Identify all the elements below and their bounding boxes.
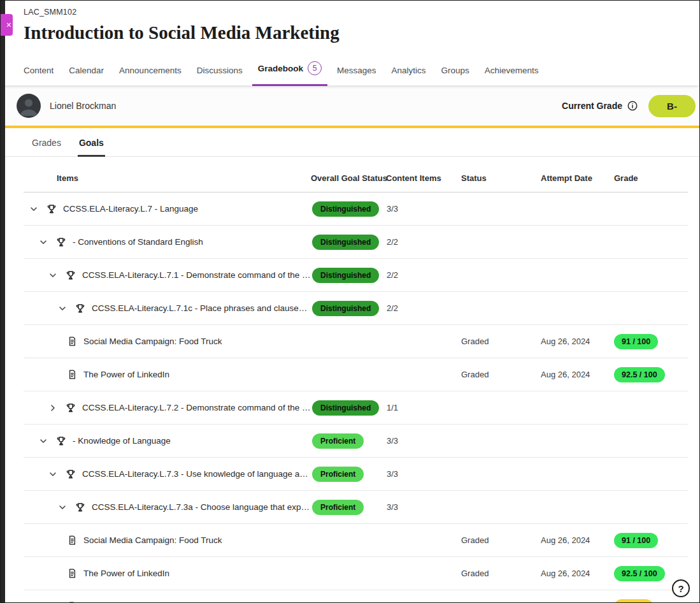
tab-content[interactable]: Content	[24, 63, 54, 85]
chevron-down-icon[interactable]	[48, 469, 58, 479]
items-cell: - Conventions of Standard English	[24, 236, 311, 248]
grade-pill[interactable]: 92.5 / 100	[614, 367, 665, 382]
goal-trophy-icon	[55, 236, 67, 248]
goal-trophy-icon	[65, 270, 76, 281]
content-item-title[interactable]: The Power of LinkedIn	[83, 569, 169, 578]
tab-analytics[interactable]: Analytics	[392, 63, 426, 85]
subtab-goals[interactable]: Goals	[78, 128, 105, 156]
goal-status-cell: Distinguished	[311, 201, 383, 217]
tab-gradebook[interactable]: Gradebook 5	[258, 59, 322, 85]
goal-row: CCSS.ELA-Literacy.L.7.1c - Place phrases…	[24, 292, 688, 325]
gradebook-count-badge: 5	[308, 61, 322, 75]
items-cell: CCSS.ELA-Literacy.L.7 - Language	[24, 203, 311, 215]
page-title: Introduction to Social Media Marketing	[24, 21, 680, 44]
attempt-date-cell: Aug 26, 2024	[538, 337, 614, 346]
goal-trophy-icon	[65, 402, 76, 414]
goal-status-badge: Distinguished	[312, 235, 379, 250]
content-items-cell: 1/1	[383, 403, 461, 412]
document-icon	[67, 535, 78, 546]
items-cell: CCSS.ELA-Literacy.L.7.3a - Choose langua…	[24, 502, 311, 513]
grade-pill[interactable]: 92.5 / 100	[614, 566, 665, 581]
course-header: LAC_SMM102 Introduction to Social Media …	[1, 1, 699, 44]
content-items-cell: 2/2	[383, 237, 461, 247]
chevron-down-icon[interactable]	[38, 237, 48, 247]
collapsed-sidebar-rail	[1, 1, 5, 602]
items-cell: CCSS.ELA-Literacy.L.7.3 - Use knowledge …	[24, 469, 311, 480]
grade-pill[interactable]: 91 / 100	[614, 334, 658, 349]
attempt-date-cell: Aug 26, 2024	[538, 569, 614, 578]
grade-pill[interactable]: 32 / 45	[614, 599, 654, 603]
goal-title: - Conventions of Standard English	[73, 237, 203, 247]
document-icon	[67, 568, 78, 579]
tab-calendar[interactable]: Calendar	[69, 63, 104, 85]
content-item-title[interactable]: Social Media Campaign: Food Truck	[83, 337, 222, 346]
goal-trophy-icon	[55, 435, 67, 447]
status-cell: Graded	[461, 535, 538, 545]
goal-status-badge: Proficient	[312, 433, 364, 449]
grade-pill[interactable]: 91 / 100	[614, 533, 658, 548]
content-item-row: Social Media Campaign: Food TruckGradedA…	[24, 325, 688, 358]
goal-title: CCSS.ELA-Literacy.L.7 - Language	[63, 204, 198, 214]
content-item-row: Social Media Campaign: Food TruckGradedA…	[24, 524, 688, 557]
status-cell: Graded	[461, 569, 538, 578]
goal-status-badge: Distinguished	[312, 201, 379, 217]
course-nav: Content Calendar Announcements Discussio…	[1, 59, 699, 86]
goal-row: CCSS.ELA-Literacy.L.7 - LanguageDistingu…	[24, 193, 688, 226]
content-item-row: The Power of LinkedInGradedAug 26, 20249…	[24, 557, 688, 590]
tab-groups[interactable]: Groups	[441, 63, 469, 85]
tab-announcements[interactable]: Announcements	[119, 63, 182, 85]
gradebook-subtabs: Grades Goals	[1, 128, 699, 157]
content-item-title[interactable]: The Power of LinkedIn	[83, 370, 169, 379]
items-cell: CCSS.ELA-Literacy.L.7.2 - Demonstrate co…	[24, 402, 311, 414]
subtab-grades[interactable]: Grades	[31, 128, 62, 156]
attempt-date-cell: Aug 26, 2024	[538, 370, 614, 379]
goal-row: CCSS.ELA-Literacy.L.7.3a - Choose langua…	[24, 491, 688, 524]
goal-status-badge: Distinguished	[312, 400, 379, 416]
attempt-date-cell: Aug 26, 2024	[538, 535, 614, 545]
items-cell: CCSS.ELA-Literacy.L.7.1c - Place phrases…	[24, 303, 311, 314]
chevron-right-icon[interactable]	[48, 403, 58, 413]
content-item-row: Job App ReviewGradedAug 26, 202432 / 45	[24, 590, 688, 603]
grade-cell: 92.5 / 100	[614, 367, 688, 382]
items-cell: The Power of LinkedIn	[24, 369, 311, 380]
tab-discussions[interactable]: Discussions	[197, 63, 243, 85]
tab-gradebook-label: Gradebook	[258, 64, 303, 73]
column-header-items: Items	[24, 173, 311, 183]
tab-messages[interactable]: Messages	[337, 63, 376, 85]
content-item-row: The Power of LinkedInGradedAug 26, 20249…	[24, 358, 688, 391]
current-grade-pill[interactable]: B-	[648, 95, 696, 117]
gradebook-goals-page: { "colors": { "accent_purple": "#9239ab"…	[0, 0, 700, 603]
items-cell: Social Media Campaign: Food Truck	[24, 336, 311, 347]
content-items-cell: 3/3	[383, 502, 461, 512]
grade-cell: 91 / 100	[614, 334, 688, 349]
content-items-cell: 3/3	[383, 436, 461, 446]
help-button[interactable]: ?	[672, 579, 690, 597]
info-icon[interactable]	[627, 100, 638, 112]
goal-row: - Conventions of Standard EnglishDisting…	[24, 226, 688, 259]
goal-title: CCSS.ELA-Literacy.L.7.1c - Place phrases…	[92, 303, 311, 313]
items-cell: The Power of LinkedIn	[24, 568, 311, 579]
goal-title: - Knowledge of Language	[73, 436, 171, 446]
chevron-down-icon[interactable]	[57, 303, 68, 314]
close-icon: ×	[6, 20, 11, 30]
chevron-down-icon[interactable]	[38, 436, 48, 446]
column-header-grade: Grade	[614, 173, 688, 183]
goals-table-header: Items Overall Goal Status Content Items …	[24, 164, 688, 193]
chevron-down-icon[interactable]	[29, 204, 39, 214]
chevron-down-icon[interactable]	[57, 502, 68, 512]
grade-cell: 32 / 45	[614, 599, 688, 603]
goal-row: CCSS.ELA-Literacy.L.7.3 - Use knowledge …	[24, 458, 688, 491]
items-cell: - Knowledge of Language	[24, 435, 311, 447]
goal-status-badge: Distinguished	[312, 268, 379, 283]
goal-status-cell: Proficient	[311, 500, 383, 515]
content-item-title[interactable]: Social Media Campaign: Food Truck	[83, 535, 222, 545]
tab-achievements[interactable]: Achievements	[485, 63, 539, 85]
grade-cell: 91 / 100	[614, 533, 688, 548]
column-header-overall-goal-status: Overall Goal Status	[311, 173, 383, 183]
goal-trophy-icon	[75, 303, 86, 314]
close-panel-button[interactable]: ×	[1, 14, 13, 36]
column-header-content-items: Content Items	[383, 173, 461, 183]
document-icon	[67, 336, 78, 347]
chevron-down-icon[interactable]	[48, 270, 58, 280]
goal-status-badge: Distinguished	[312, 301, 379, 316]
